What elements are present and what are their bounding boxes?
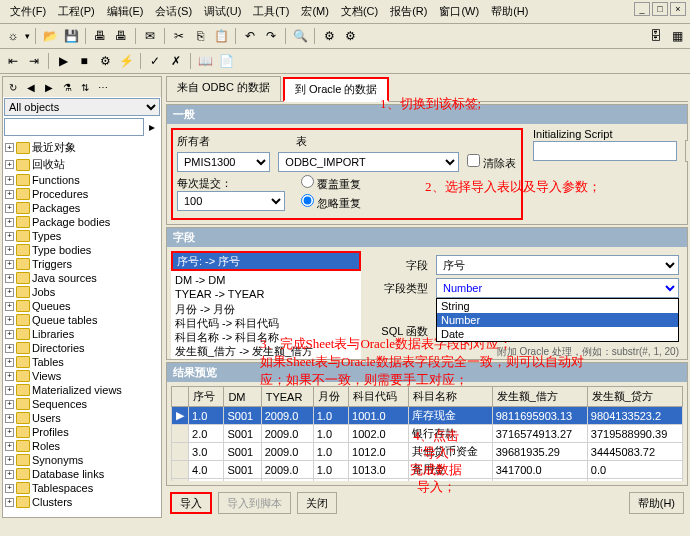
expand-icon[interactable]: + (5, 204, 14, 213)
expand-icon[interactable]: + (5, 288, 14, 297)
expand-icon[interactable]: + (5, 190, 14, 199)
menu-item[interactable]: 会话(S) (149, 2, 198, 21)
tree-item[interactable]: +Packages (5, 201, 159, 215)
more-icon[interactable]: ⋯ (95, 79, 111, 95)
expand-icon[interactable]: + (5, 386, 14, 395)
tree-item[interactable]: +Triggers (5, 257, 159, 271)
table-select[interactable]: ODBC_IMPORT (278, 152, 459, 172)
expand-icon[interactable]: + (5, 358, 14, 367)
tree-item[interactable]: +Clusters (5, 495, 159, 509)
tree-item[interactable]: +Database links (5, 467, 159, 481)
tree-item[interactable]: +Package bodies (5, 215, 159, 229)
expand-icon[interactable]: + (5, 316, 14, 325)
owner-select[interactable]: PMIS1300 (177, 152, 270, 172)
tree-item[interactable]: +Sequences (5, 397, 159, 411)
tree-item[interactable]: +Queues (5, 299, 159, 313)
menu-item[interactable]: 帮助(H) (485, 2, 534, 21)
tree-item[interactable]: +Jobs (5, 285, 159, 299)
book-icon[interactable]: 📖 (196, 52, 214, 70)
tree-item[interactable]: +Profiles (5, 425, 159, 439)
menu-item[interactable]: 报告(R) (384, 2, 433, 21)
menu-item[interactable]: 文件(F) (4, 2, 52, 21)
expand-icon[interactable]: + (5, 232, 14, 241)
sun-icon[interactable]: ☼ (4, 27, 22, 45)
import-button[interactable]: 导入 (170, 492, 212, 514)
tree-item[interactable]: +回收站 (5, 156, 159, 173)
expand-icon[interactable]: + (5, 143, 14, 152)
tool1-icon[interactable]: ⚙ (320, 27, 338, 45)
expand-icon[interactable]: + (5, 400, 14, 409)
bolt-icon[interactable]: ⚡ (117, 52, 135, 70)
restore-button[interactable]: □ (652, 2, 668, 16)
grid-icon[interactable]: ▦ (668, 27, 686, 45)
init-script-input[interactable] (533, 141, 677, 161)
tree-item[interactable]: +Synonyms (5, 453, 159, 467)
rollback-icon[interactable]: ✗ (167, 52, 185, 70)
expand-icon[interactable]: + (5, 442, 14, 451)
expand-icon[interactable]: + (5, 260, 14, 269)
expand-icon[interactable]: + (5, 414, 14, 423)
expand-icon[interactable]: + (5, 344, 14, 353)
radio-ignore[interactable] (301, 194, 314, 207)
run-icon[interactable]: ▶ (54, 52, 72, 70)
radio-overwrite[interactable] (301, 175, 314, 188)
expand-icon[interactable]: + (5, 456, 14, 465)
tree-item[interactable]: +Libraries (5, 327, 159, 341)
search-go-icon[interactable]: ▸ (144, 118, 160, 136)
menu-item[interactable]: 宏(M) (295, 2, 335, 21)
commit-icon[interactable]: ✓ (146, 52, 164, 70)
search-input[interactable] (4, 118, 144, 136)
cut-icon[interactable]: ✂ (170, 27, 188, 45)
tree-item[interactable]: +Tables (5, 355, 159, 369)
object-filter[interactable]: All objects (4, 98, 160, 116)
menu-item[interactable]: 工具(T) (247, 2, 295, 21)
tab-to-oracle[interactable]: 到 Oracle 的数据 (283, 77, 390, 102)
object-tree[interactable]: +最近对象+回收站+Functions+Procedures+Packages+… (3, 137, 161, 517)
init-script-browse[interactable]: … (685, 140, 688, 162)
expand-icon[interactable]: + (5, 372, 14, 381)
expand-icon[interactable]: + (5, 246, 14, 255)
tree-item[interactable]: +Views (5, 369, 159, 383)
expand-icon[interactable]: + (5, 428, 14, 437)
field-mapping-selected[interactable]: 序号: -> 序号 (171, 251, 361, 271)
tree-item[interactable]: +Functions (5, 173, 159, 187)
help-button[interactable]: 帮助(H) (629, 492, 684, 514)
menu-item[interactable]: 编辑(E) (101, 2, 150, 21)
expand-icon[interactable]: + (5, 160, 14, 169)
expand-icon[interactable]: + (5, 330, 14, 339)
tree-item[interactable]: +Tablespaces (5, 481, 159, 495)
print-icon[interactable]: 🖶 (91, 27, 109, 45)
expand-icon[interactable]: + (5, 176, 14, 185)
commit-count[interactable]: 100 (177, 191, 285, 211)
expand-icon[interactable]: + (5, 218, 14, 227)
find-icon[interactable]: 🔍 (291, 27, 309, 45)
tree-item[interactable]: +Directories (5, 341, 159, 355)
redo-icon[interactable]: ↷ (262, 27, 280, 45)
tree-item[interactable]: +Java sources (5, 271, 159, 285)
gear-icon[interactable]: ⚙ (96, 52, 114, 70)
field-mapping-list[interactable]: DM -> DMTYEAR -> TYEAR月份 -> 月份科目代码 -> 科目… (171, 271, 361, 360)
tree-item[interactable]: +Type bodies (5, 243, 159, 257)
menu-item[interactable]: 调试(U) (198, 2, 247, 21)
nav2-icon[interactable]: ⇥ (25, 52, 43, 70)
nav1-icon[interactable]: ⇤ (4, 52, 22, 70)
field-select[interactable]: 序号 (436, 255, 679, 275)
tree-item[interactable]: +Queue tables (5, 313, 159, 327)
expand-icon[interactable]: + (5, 470, 14, 479)
tool2-icon[interactable]: ⚙ (341, 27, 359, 45)
tree-item[interactable]: +Users (5, 411, 159, 425)
undo-icon[interactable]: ↶ (241, 27, 259, 45)
mail-icon[interactable]: ✉ (141, 27, 159, 45)
field-type-options[interactable]: StringNumberDate (436, 298, 679, 342)
close-button[interactable]: × (670, 2, 686, 16)
refresh-icon[interactable]: ↻ (5, 79, 21, 95)
field-type-select[interactable]: Number (436, 278, 679, 298)
tab-from-odbc[interactable]: 来自 ODBC 的数据 (166, 76, 281, 101)
open-icon[interactable]: 📂 (41, 27, 59, 45)
copy-icon[interactable]: ⎘ (191, 27, 209, 45)
left-icon[interactable]: ◀ (23, 79, 39, 95)
paste-icon[interactable]: 📋 (212, 27, 230, 45)
menu-item[interactable]: 窗口(W) (433, 2, 485, 21)
expand-icon[interactable]: + (5, 498, 14, 507)
page-icon[interactable]: 📄 (217, 52, 235, 70)
